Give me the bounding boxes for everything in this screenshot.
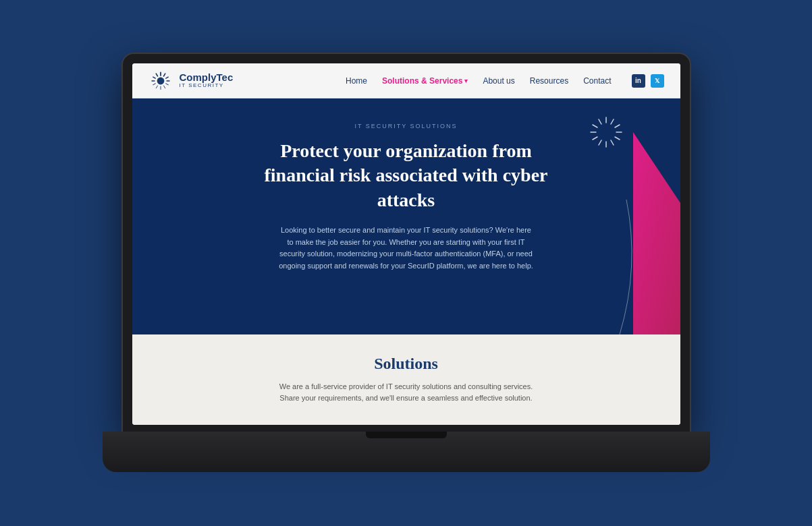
logo-area: ComplyTec IT SECURITY xyxy=(148,69,234,93)
svg-line-12 xyxy=(156,74,157,76)
nav-solutions-services[interactable]: Solutions & Services ▾ xyxy=(382,76,468,86)
solutions-body: We are a full-service provider of IT sec… xyxy=(278,381,535,405)
twitter-icon[interactable]: 𝕏 xyxy=(651,74,664,88)
solutions-title: Solutions xyxy=(374,355,438,373)
nav-home[interactable]: Home xyxy=(346,76,367,86)
nav-about[interactable]: About us xyxy=(483,76,514,86)
hero-eyebrow: IT SECURITY SOLUTIONS xyxy=(354,123,457,129)
dropdown-arrow-icon: ▾ xyxy=(464,78,468,84)
navbar: ComplyTec IT SECURITY Home Solutions & S… xyxy=(132,63,680,98)
svg-line-5 xyxy=(165,83,167,84)
svg-line-2 xyxy=(163,74,165,76)
nav-contact[interactable]: Contact xyxy=(583,76,611,86)
linkedin-icon[interactable]: in xyxy=(632,74,645,88)
hero-body: Looking to better secure and maintain yo… xyxy=(278,225,535,272)
svg-line-14 xyxy=(611,119,614,124)
solutions-section: Solutions We are a full-service provider… xyxy=(132,334,680,425)
logo-tagline: IT SECURITY xyxy=(180,83,234,89)
social-links: in 𝕏 xyxy=(632,74,664,88)
svg-marker-25 xyxy=(633,132,680,334)
logo-text: ComplyTec IT SECURITY xyxy=(180,72,234,89)
laptop-hinge xyxy=(366,432,447,438)
screen-bezel: ComplyTec IT SECURITY Home Solutions & S… xyxy=(123,54,690,432)
logo-icon xyxy=(148,69,173,93)
svg-line-11 xyxy=(153,77,155,78)
laptop-frame: ComplyTec IT SECURITY Home Solutions & S… xyxy=(103,54,710,472)
deco-shape xyxy=(579,132,680,334)
svg-line-24 xyxy=(599,119,601,124)
hero-section: IT SECURITY SOLUTIONS Protect your organ… xyxy=(132,98,680,334)
svg-line-15 xyxy=(615,125,620,127)
nav-links: Home Solutions & Services ▾ About us Res… xyxy=(346,74,664,88)
laptop-base xyxy=(103,432,710,472)
svg-point-0 xyxy=(157,77,164,84)
svg-line-6 xyxy=(163,86,165,88)
hero-title: Protect your organization from financial… xyxy=(265,139,548,212)
nav-resources[interactable]: Resources xyxy=(530,76,568,86)
svg-line-8 xyxy=(156,86,157,88)
screen-content: ComplyTec IT SECURITY Home Solutions & S… xyxy=(132,63,680,425)
logo-name: ComplyTec xyxy=(180,72,234,84)
svg-line-3 xyxy=(165,77,167,78)
svg-line-9 xyxy=(153,83,155,84)
svg-line-23 xyxy=(593,125,597,127)
